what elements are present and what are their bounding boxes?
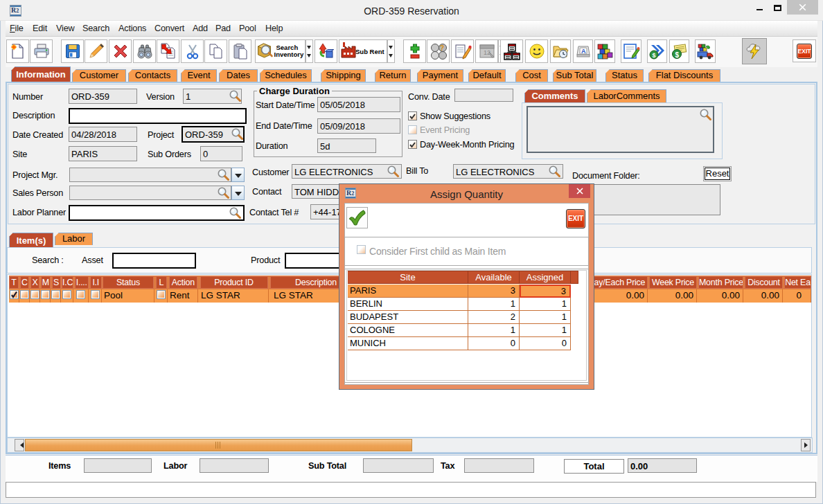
svg-text:$: $ xyxy=(675,51,679,59)
svg-text:$: $ xyxy=(652,52,655,59)
svg-text:Sub Rent: Sub Rent xyxy=(355,48,385,55)
svg-text:?: ? xyxy=(440,44,444,52)
svg-text:Inventory: Inventory xyxy=(274,51,303,58)
svg-text:A: A xyxy=(581,48,586,55)
